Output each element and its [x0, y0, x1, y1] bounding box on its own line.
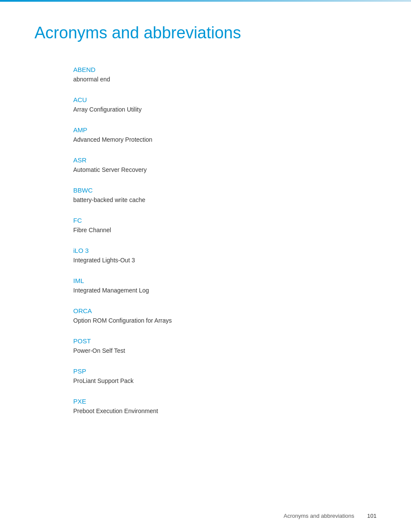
- page-footer: Acronyms and abbreviations 101: [283, 513, 377, 519]
- acronym-term: IML: [73, 277, 377, 284]
- acronym-entry: BBWCbattery-backed write cache: [73, 187, 377, 205]
- acronym-definition: Power-On Self Test: [73, 346, 377, 355]
- acronym-definition: Integrated Lights-Out 3: [73, 256, 377, 265]
- top-border-decoration: [0, 0, 411, 2]
- acronym-term: ORCA: [73, 307, 377, 314]
- acronym-definition: Integrated Management Log: [73, 286, 377, 295]
- acronym-entry: IMLIntegrated Management Log: [73, 277, 377, 295]
- acronym-entry: ACUArray Configuration Utility: [73, 96, 377, 114]
- acronym-term: BBWC: [73, 187, 377, 194]
- content-area: Acronyms and abbreviations ABENDabnormal…: [0, 0, 411, 462]
- acronym-term: iLO 3: [73, 247, 377, 254]
- acronym-definition: battery-backed write cache: [73, 196, 377, 205]
- acronym-entry: FCFibre Channel: [73, 217, 377, 235]
- acronym-entry: PXEPreboot Execution Environment: [73, 398, 377, 416]
- acronym-term: FC: [73, 217, 377, 224]
- acronym-entry: ASRAutomatic Server Recovery: [73, 156, 377, 174]
- acronym-definition: Preboot Execution Environment: [73, 407, 377, 416]
- acronym-term: ASR: [73, 156, 377, 164]
- acronym-term: POST: [73, 337, 377, 345]
- acronym-definition: Fibre Channel: [73, 226, 377, 235]
- acronym-entry: ABENDabnormal end: [73, 66, 377, 84]
- acronym-term: PSP: [73, 367, 377, 375]
- acronym-definition: Array Configuration Utility: [73, 105, 377, 114]
- acronym-entry: AMPAdvanced Memory Protection: [73, 126, 377, 144]
- footer-label: Acronyms and abbreviations: [283, 513, 354, 519]
- acronym-entry: PSPProLiant Support Pack: [73, 367, 377, 386]
- acronym-entry: ORCAOption ROM Configuration for Arrays: [73, 307, 377, 325]
- acronym-list: ABENDabnormal endACUArray Configuration …: [73, 66, 377, 416]
- acronym-term: PXE: [73, 398, 377, 405]
- acronym-definition: Advanced Memory Protection: [73, 135, 377, 144]
- acronym-definition: ProLiant Support Pack: [73, 376, 377, 386]
- acronym-definition: Option ROM Configuration for Arrays: [73, 316, 377, 325]
- page-title: Acronyms and abbreviations: [34, 24, 377, 47]
- acronym-term: AMP: [73, 126, 377, 134]
- footer-page-number: 101: [367, 513, 377, 519]
- acronym-definition: Automatic Server Recovery: [73, 165, 377, 174]
- acronym-term: ACU: [73, 96, 377, 103]
- acronym-term: ABEND: [73, 66, 377, 73]
- page-container: Acronyms and abbreviations ABENDabnormal…: [0, 0, 411, 532]
- acronym-definition: abnormal end: [73, 75, 377, 84]
- acronym-entry: iLO 3Integrated Lights-Out 3: [73, 247, 377, 265]
- acronym-entry: POSTPower-On Self Test: [73, 337, 377, 355]
